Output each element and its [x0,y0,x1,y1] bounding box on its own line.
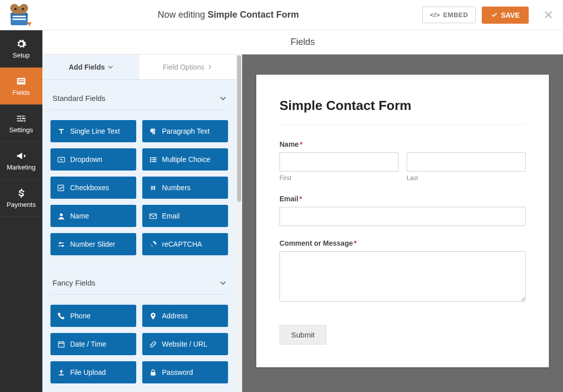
palette-scrollbar[interactable] [236,54,242,392]
name-label: Name* [279,140,526,148]
field-paragraph-text[interactable]: Paragraph Text [142,120,228,142]
tab-field-options[interactable]: Field Options [139,54,236,79]
nav-label: Payments [7,201,36,208]
svg-rect-18 [152,161,156,162]
field-recaptcha[interactable]: reCAPTCHA [142,233,228,255]
last-name-input[interactable] [407,152,526,172]
chevron-down-icon [108,65,113,70]
email-input[interactable] [279,207,526,226]
chevron-down-icon [220,95,226,101]
message-textarea[interactable] [279,251,526,302]
submit-button[interactable]: Submit [279,325,326,345]
nav-payments[interactable]: Payments [0,180,42,217]
svg-point-23 [62,245,64,247]
svg-point-20 [60,213,63,216]
svg-point-15 [150,159,151,160]
section-fancy-fields[interactable]: Fancy Fields [50,273,228,295]
nav-setup[interactable]: Setup [0,30,42,68]
page-title: Now editing Simple Contact Form [34,10,422,20]
svg-rect-11 [18,81,25,82]
first-name-input[interactable] [279,152,399,172]
svg-point-6 [22,8,24,11]
field-single-line-text[interactable]: Single Line Text [50,120,136,142]
field-phone[interactable]: Phone [50,305,136,327]
svg-point-5 [14,8,17,11]
svg-rect-14 [152,157,156,158]
svg-rect-10 [18,79,25,80]
field-number-slider[interactable]: Number Slider [50,233,136,255]
nav-fields[interactable]: Fields [0,68,42,105]
sliders-icon [16,113,27,124]
embed-button[interactable]: </> EMBED [422,7,476,23]
panel-title: Fields [42,30,563,54]
svg-rect-26 [151,372,155,375]
form-preview: Simple Contact Form Name* First Last [242,54,563,392]
svg-rect-25 [59,374,64,375]
left-nav: Setup Fields Settings Marketing Payments [0,30,42,392]
nav-label: Marketing [7,163,35,171]
email-label: Email* [279,195,526,203]
field-multiple-choice[interactable]: Multiple Choice [142,148,228,171]
nav-settings[interactable]: Settings [0,105,42,142]
field-password[interactable]: Password [142,361,228,383]
dollar-icon [16,188,27,199]
nav-label: Fields [13,89,30,96]
first-sublabel: First [279,175,399,182]
save-button[interactable]: SAVE [482,7,529,24]
form-icon [16,76,27,87]
bullhorn-icon [16,150,27,161]
top-bar: Now editing Simple Contact Form </> EMBE… [0,0,563,30]
check-icon [491,12,498,19]
close-icon[interactable]: ✕ [535,8,555,22]
nav-label: Setup [13,51,30,59]
field-checkboxes[interactable]: Checkboxes [50,177,136,199]
app-logo [4,3,34,27]
field-website-url[interactable]: Website / URL [142,333,228,355]
svg-rect-4 [12,7,27,14]
code-icon: </> [430,11,440,19]
last-sublabel: Last [407,175,526,182]
nav-marketing[interactable]: Marketing [0,142,42,180]
chevron-down-icon [220,280,226,286]
svg-rect-24 [59,342,64,347]
tab-add-fields[interactable]: Add Fields [42,54,139,79]
gear-icon [16,38,27,49]
svg-rect-7 [13,16,26,17]
svg-point-17 [150,160,151,162]
field-name[interactable]: Name [50,205,136,227]
field-address[interactable]: Address [142,305,228,327]
svg-rect-21 [150,213,156,218]
field-email[interactable]: Email [142,205,228,227]
chevron-right-icon [207,65,212,70]
svg-rect-16 [152,159,156,160]
field-palette: Add Fields Field Options Standard Fields [42,54,236,392]
field-date-time[interactable]: Date / Time [50,333,136,355]
svg-point-22 [60,242,62,244]
svg-rect-8 [13,19,26,20]
nav-label: Settings [10,126,33,134]
field-file-upload[interactable]: File Upload [50,361,136,383]
form-title: Simple Contact Form [279,98,526,125]
svg-point-13 [150,157,151,158]
section-standard-fields[interactable]: Standard Fields [50,89,228,110]
message-label: Comment or Message* [279,239,526,247]
field-dropdown[interactable]: Dropdown [50,148,136,171]
field-numbers[interactable]: Numbers [142,177,228,199]
